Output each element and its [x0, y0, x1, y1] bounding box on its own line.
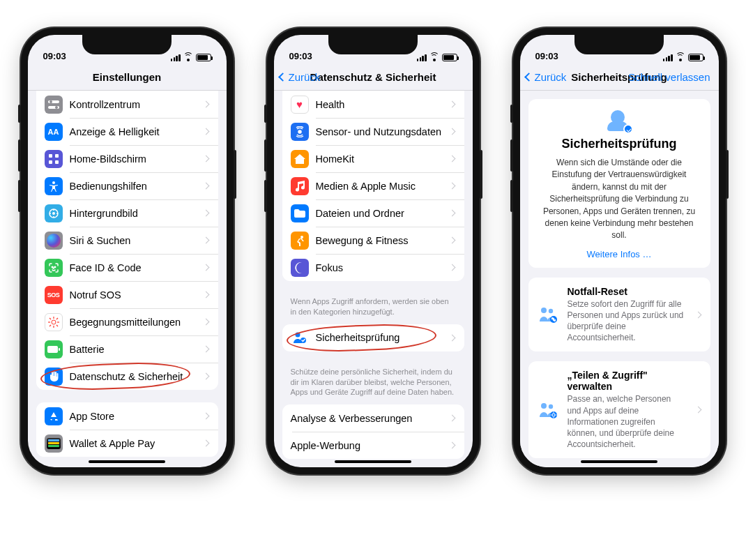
wallpaper-icon: [45, 204, 63, 222]
svg-point-3: [55, 106, 58, 109]
svg-line-20: [56, 318, 58, 319]
settings-row[interactable]: App Store: [36, 402, 218, 430]
svg-rect-22: [47, 346, 58, 353]
settings-row[interactable]: AAAnzeige & Helligkeit: [36, 118, 218, 145]
chevron-right-icon: [448, 237, 455, 244]
back-label: Zurück: [535, 71, 567, 83]
row-label: Medien & Apple Music: [316, 181, 450, 192]
settings-row[interactable]: Siri & Suchen: [36, 227, 218, 254]
svg-rect-5: [55, 154, 59, 158]
privacy-row[interactable]: Medien & Apple Music: [282, 172, 464, 199]
navbar: Einstellungen: [28, 64, 227, 91]
row-label: Datenschutz & Sicherheit: [70, 371, 204, 382]
wifi-icon: [429, 54, 439, 61]
home-indicator[interactable]: [581, 460, 657, 463]
manage-sharing-option[interactable]: „Teilen & Zugriff" verwalten Passe an, w…: [528, 361, 710, 458]
privacy-group-categories: ♥HealthSensor- und NutzungsdatenHomeKitM…: [282, 91, 464, 281]
row-label: Sicherheitsprüfung: [316, 332, 450, 343]
phone-privacy-root: 09:03 Zurück Datenschutz & Sicherheit ♥H…: [267, 28, 480, 474]
svg-point-1: [50, 100, 52, 103]
battery-icon: [688, 54, 703, 61]
chevron-right-icon: [448, 264, 455, 271]
learn-more-link[interactable]: Weitere Infos …: [538, 249, 701, 259]
row-label: Sensor- und Nutzungsdaten: [316, 126, 450, 137]
chevron-right-icon: [202, 264, 209, 271]
home-indicator[interactable]: [335, 460, 411, 463]
safety-check-row[interactable]: Sicherheitsprüfung: [282, 324, 464, 351]
chevron-right-icon: [448, 128, 455, 135]
privacy-group-safety-check: Sicherheitsprüfung: [282, 324, 464, 351]
folder-icon: [291, 204, 309, 222]
wifi-icon: [183, 54, 193, 61]
privacy-row[interactable]: Dateien und Ordner: [282, 199, 464, 227]
chevron-right-icon: [448, 334, 455, 341]
quick-exit-button[interactable]: Schnell verlassen: [628, 71, 710, 83]
home-indicator[interactable]: [89, 460, 165, 463]
sos-icon: SOS: [45, 286, 63, 304]
settings-row[interactable]: Bedienungshilfen: [36, 172, 218, 199]
battery-icon: [45, 340, 63, 358]
chevron-right-icon: [202, 183, 209, 190]
back-button[interactable]: Zurück: [526, 71, 567, 83]
safety-check-card: Sicherheitsprüfung Wenn sich die Umständ…: [528, 99, 710, 268]
chevron-right-icon: [202, 373, 209, 380]
chevron-right-icon: [694, 407, 701, 414]
privacy-row[interactable]: Bewegung & Fitness: [282, 227, 464, 254]
chevron-right-icon: [448, 210, 455, 217]
svg-point-35: [298, 130, 301, 133]
privacy-row[interactable]: Apple-Werbung: [282, 432, 464, 459]
privacy-row[interactable]: Fokus: [282, 254, 464, 281]
notch: [328, 35, 418, 54]
svg-point-43: [548, 404, 552, 409]
svg-point-13: [52, 320, 56, 324]
row-label: Apple-Werbung: [291, 440, 450, 451]
grid-icon: [45, 150, 63, 168]
settings-row[interactable]: Batterie: [36, 335, 218, 363]
settings-row[interactable]: Kontrollzentrum: [36, 91, 218, 118]
settings-group-general: KontrollzentrumAAAnzeige & HelligkeitHom…: [36, 91, 218, 390]
notch: [574, 35, 664, 54]
emergency-reset-option[interactable]: Notfall-Reset Setze sofort den Zugriff f…: [528, 278, 710, 352]
settings-row[interactable]: SOSNotruf SOS: [36, 281, 218, 308]
settings-row[interactable]: Hintergrundbild: [36, 199, 218, 227]
settings-row[interactable]: Home-Bildschirm: [36, 145, 218, 172]
status-time: 09:03: [289, 51, 312, 61]
chevron-right-icon: [202, 210, 209, 217]
accessibility-icon: [45, 177, 63, 195]
privacy-row[interactable]: Analyse & Verbesserungen: [282, 404, 464, 432]
svg-point-42: [541, 403, 547, 409]
settings-row[interactable]: Begegnungsmitteilungen: [36, 308, 218, 335]
card-title: Sicherheitsprüfung: [538, 137, 701, 151]
home-icon: [291, 150, 309, 168]
row-label: App Store: [70, 411, 204, 422]
sensor-icon: [291, 123, 309, 141]
privacy-row[interactable]: HomeKit: [282, 145, 464, 172]
back-button[interactable]: Zurück: [280, 71, 321, 83]
cellular-icon: [417, 54, 427, 61]
chevron-left-icon: [278, 73, 287, 82]
privacy-row[interactable]: ♥Health: [282, 91, 464, 118]
group-footer-note: Schütze deine persönliche Sicherheit, in…: [274, 364, 473, 405]
settings-row[interactable]: Wallet & Apple Pay: [36, 430, 218, 457]
option-title: Notfall-Reset: [568, 286, 685, 297]
settings-row[interactable]: Face ID & Code: [36, 254, 218, 281]
chevron-right-icon: [694, 311, 701, 318]
chevron-right-icon: [202, 292, 209, 298]
group-footer-note: Wenn Apps Zugriff anfordern, werden sie …: [274, 294, 473, 324]
option-description: Passe an, welche Personen und Apps auf d…: [568, 393, 685, 450]
row-label: Fokus: [316, 262, 450, 273]
music-icon: [291, 177, 309, 195]
svg-point-40: [548, 309, 552, 313]
svg-rect-23: [59, 348, 60, 351]
chevron-right-icon: [202, 319, 209, 326]
row-label: Wallet & Apple Pay: [70, 438, 204, 449]
row-label: HomeKit: [316, 153, 450, 165]
safety-check-hero-icon: [607, 110, 632, 133]
chevron-right-icon: [202, 101, 209, 108]
privacy-row[interactable]: Sensor- und Nutzungsdaten: [282, 118, 464, 145]
svg-point-12: [54, 266, 55, 267]
row-label: Bewegung & Fitness: [316, 235, 450, 246]
row-label: Kontrollzentrum: [70, 99, 204, 110]
siri-icon: [45, 232, 63, 250]
settings-row[interactable]: Datenschutz & Sicherheit: [36, 363, 218, 390]
